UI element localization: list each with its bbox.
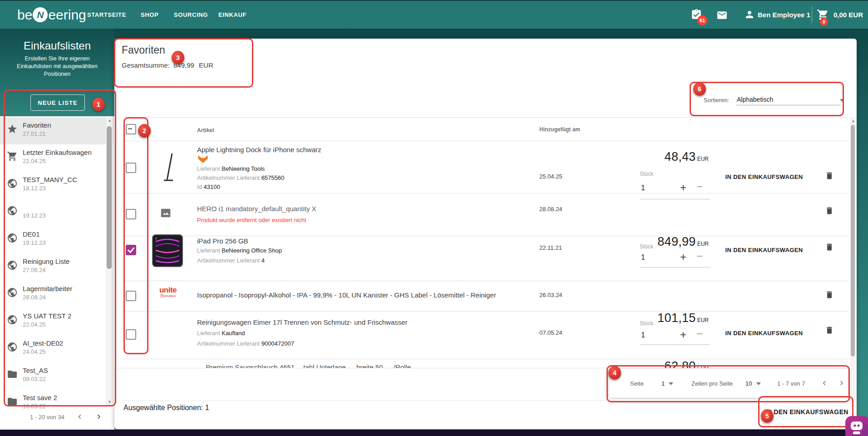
footer-add-to-cart-button[interactable]: IN DEN EINKAUFSWAGEN [761,398,853,426]
sidebar-item-lagermitarbeiter[interactable]: Lagermitarbeiter 28.08.24 [0,281,113,308]
quantity-minus-icon[interactable]: − [696,251,703,262]
app-root: be N eering STARTSEITE SHOP SOURCING EIN… [0,0,868,436]
globe-icon [7,314,18,325]
sort-underline [736,105,841,105]
total-sum: Gesamtsumme: 849,99 EUR [122,61,213,69]
annotation-marker-3: 3 [172,51,184,64]
delete-icon[interactable] [825,242,834,252]
added-date: 28.08.24 [539,206,562,213]
chevron-down-icon[interactable] [840,99,844,102]
cart-total[interactable]: 0,00 EUR [833,11,863,19]
page-label: Seite [630,380,644,387]
row-checkbox[interactable] [126,291,136,301]
globe-icon [7,342,18,352]
sidebar-item-ys-uat-test-2[interactable]: YS UAT TEST 2 22.04.25 [0,308,113,335]
cart-list-icon [7,151,18,162]
sidebar-item-test-save-2[interactable]: Test save 2 10.03.22 [0,390,113,417]
next-page-icon[interactable]: › [840,378,843,388]
user-name[interactable]: Ben Employee 1 [758,11,810,19]
chevron-down-icon[interactable] [756,382,761,385]
delete-icon[interactable] [825,325,834,335]
annotation-marker-1: 1 [92,98,105,111]
prev-page-icon[interactable]: ‹ [823,378,826,388]
row-checkbox-checked[interactable] [126,245,136,255]
sidebar-item-reinigung-liste[interactable]: Reinigung Liste 27.08.24 [0,253,113,281]
quantity-plus-icon[interactable]: + [680,182,686,193]
id-line: Id 43100 [197,183,220,190]
select-all-checkbox[interactable] [126,124,136,134]
delete-icon[interactable] [825,290,834,300]
sidebar-item-test-as[interactable]: Test_AS 09.03.22 [0,362,113,390]
row-checkbox[interactable] [126,209,136,219]
quantity-underline [640,199,710,199]
add-to-cart-button[interactable]: IN DEN EINKAUFSWAGEN [723,330,805,337]
top-bar: be N eering STARTSEITE SHOP SOURCING EIN… [0,0,868,29]
nav-startseite[interactable]: STARTSEITE [87,1,126,29]
row-checkbox[interactable] [126,163,136,173]
artno-line: Artikelnummer Lieferant 6575560 [197,174,284,181]
approvals-badge: 61 [697,15,707,25]
globe-icon [7,233,18,243]
new-list-button[interactable]: NEUE LISTE [30,94,85,111]
quantity-plus-icon[interactable]: + [680,252,686,263]
quantity-minus-icon[interactable]: − [696,181,703,192]
sidebar-item-letzter-einkaufswagen[interactable]: Letzter Einkaufswagen 22.04.25 [0,144,113,172]
mail-icon[interactable] [716,10,728,21]
fox-tag-icon [197,155,208,164]
globe-icon [7,260,18,271]
table-scrollbar-thumb[interactable] [851,125,855,357]
add-to-cart-button[interactable]: IN DEN EINKAUFSWAGEN [723,247,805,253]
beneering-logo[interactable]: be N eering [17,1,86,29]
footer-divider [123,401,849,401]
page-select[interactable]: 1 [661,380,665,387]
row-checkbox[interactable] [126,329,136,340]
quantity-label: Stück [640,320,653,327]
scroll-up-icon[interactable]: ▲ [108,118,112,123]
quantity-input[interactable]: 1 [641,184,645,192]
product-image-dock[interactable] [162,152,175,183]
add-to-cart-button[interactable]: IN DEN EINKAUFSWAGEN [723,173,805,180]
sidebar-prev-page-icon[interactable]: ‹ [78,411,81,421]
sidebar-next-page-icon[interactable]: › [97,411,100,421]
nav-shop[interactable]: SHOP [141,1,158,29]
sidebar-subtitle: Erstellen Sie Ihre eigenen Einkaufsliste… [8,55,106,78]
sidebar-scrollbar-thumb[interactable] [107,126,112,269]
quantity-plus-icon[interactable]: + [680,329,686,340]
price: 48,43EUR [606,150,709,164]
added-date: 22.11.21 [539,244,562,251]
table-top-divider [123,117,848,118]
product-title[interactable]: HERO i1 mandatory_default_quantity X [197,205,316,213]
nav-einkauf[interactable]: EINKAUF [218,1,247,29]
sidebar-item-test-edit-empl-ala[interactable]: 19.12.23 [0,199,113,226]
quantity-underline [640,344,710,345]
delete-icon[interactable] [825,206,834,216]
chatbot-launcher-icon[interactable] [845,416,868,436]
sidebar-item-test-many-cc[interactable]: TEST_MANY_CC 18.12.23 [0,172,113,199]
nav-sourcing[interactable]: SOURCING [174,1,208,29]
quantity-minus-icon[interactable]: − [696,328,703,339]
chevron-down-icon[interactable] [669,382,673,385]
quantity-input[interactable]: 1 [641,331,645,339]
quantity-input[interactable]: 1 [641,253,645,262]
sort-label: Sortieren: [704,97,729,104]
globe-icon [7,178,18,189]
product-title[interactable]: iPad Pro 256 GB [197,237,248,245]
product-title[interactable]: Reinigungswagen Eimer 17l Trennen von Sc… [197,318,408,326]
bottom-strip [0,430,868,436]
scroll-down-icon[interactable]: ▼ [108,400,112,404]
product-title[interactable]: Apple Lightning Dock für iPhone schwarz [197,146,321,154]
sidebar-item-ai-test-de02[interactable]: AI_test-DE02 24.04.25 [0,335,113,362]
sidebar-item-favoriten[interactable]: Favoriten 27.01.21 [0,117,113,144]
supplier-line: Lieferant Kaufland [197,330,245,337]
logo-text-pre: be [17,7,32,23]
product-error-text: Produkt wurde entfernt oder existiert ni… [197,217,306,223]
globe-icon [7,287,18,298]
product-title[interactable]: Isopropanol - Isopropyl-Alkohol - IPA - … [197,291,496,299]
sort-select[interactable]: Alphabetisch [737,96,773,103]
sidebar-item-de01[interactable]: DE01 19.12.23 [0,226,113,253]
scroll-up-icon[interactable]: ▲ [851,119,855,123]
delete-icon[interactable] [825,171,834,181]
user-icon[interactable] [744,9,755,20]
rows-per-page-select[interactable]: 10 [745,380,752,387]
product-image-ipad[interactable] [152,234,183,267]
